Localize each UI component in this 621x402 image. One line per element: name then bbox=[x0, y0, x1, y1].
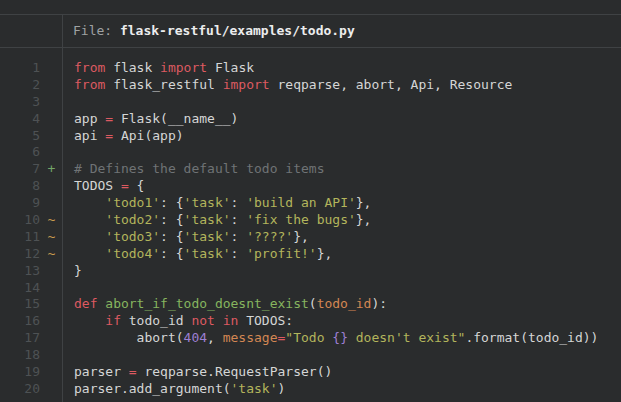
code-segment-plain: TODOS bbox=[74, 178, 121, 193]
diff-marker-empty bbox=[40, 364, 63, 381]
code-segment-plain bbox=[74, 246, 105, 261]
code-segment-string: 'profit!' bbox=[246, 246, 316, 261]
code-line: 16 if todo_id not in TODOS: bbox=[0, 313, 621, 330]
code-segment-string: 'fix the bugs' bbox=[246, 212, 356, 227]
diff-marker-empty bbox=[40, 296, 63, 313]
code-segment-plain: Flask(__name__) bbox=[113, 111, 238, 126]
code-line: 17 abort(404, message="Todo {} doesn't e… bbox=[0, 330, 621, 347]
code-segment-plain: flask_restful bbox=[105, 77, 222, 92]
code-segment-plain: , bbox=[207, 330, 223, 345]
diff-marker-modified: ~ bbox=[40, 212, 63, 229]
code-text: parser = reqparse.RequestParser() bbox=[63, 364, 332, 381]
code-segment-function: abort_if_todo_doesnt_exist bbox=[105, 296, 309, 311]
code-segment-string: 'task' bbox=[231, 381, 278, 396]
code-segment-plain: app bbox=[74, 111, 105, 126]
diff-marker-empty bbox=[40, 195, 63, 212]
code-segment-string: 'todo4' bbox=[105, 246, 160, 261]
code-text: 'todo1': {'task': 'build an API'}, bbox=[63, 195, 371, 212]
diff-marker-empty bbox=[40, 330, 63, 347]
code-viewer: File: flask-restful/examples/todo.py 1fr… bbox=[0, 0, 621, 402]
code-segment-plain: }, bbox=[317, 246, 333, 261]
code-line: 18 bbox=[0, 347, 621, 364]
code-line: 6 bbox=[0, 144, 621, 161]
code-segment-plain: ): bbox=[371, 296, 387, 311]
line-number: 5 bbox=[0, 128, 40, 145]
code-segment-plain: reqparse.RequestParser() bbox=[137, 364, 333, 379]
file-label: File: bbox=[73, 23, 120, 40]
code-segment-plain: { bbox=[129, 178, 145, 193]
code-text: parser.add_argument('task') bbox=[63, 381, 285, 398]
code-segment-string: "Todo bbox=[285, 330, 332, 345]
code-segment-plain: ) bbox=[278, 381, 286, 396]
code-segment-plain bbox=[215, 313, 223, 328]
code-segment-plain: : { bbox=[160, 229, 183, 244]
code-text: 'todo2': {'task': 'fix the bugs'}, bbox=[63, 212, 371, 229]
code-segment-plain: reqparse, abort, Api, Resource bbox=[270, 77, 513, 92]
code-segment-plain: .format(todo_id)) bbox=[465, 330, 598, 345]
code-segment-plain bbox=[74, 229, 105, 244]
code-line: 7+# Defines the default todo items bbox=[0, 161, 621, 178]
line-number: 2 bbox=[0, 77, 40, 94]
diff-marker-modified: ~ bbox=[40, 229, 63, 246]
code-segment-plain: : bbox=[231, 195, 247, 210]
line-number: 3 bbox=[0, 94, 40, 111]
code-text bbox=[63, 94, 74, 111]
code-text: # Defines the default todo items bbox=[63, 161, 324, 178]
code-text: def abort_if_todo_doesnt_exist(todo_id): bbox=[63, 296, 387, 313]
code-text: api = Api(app) bbox=[63, 128, 184, 145]
line-number: 12 bbox=[0, 246, 40, 263]
code-segment-plain: : { bbox=[160, 195, 183, 210]
code-text: 'todo3': {'task': '????'}, bbox=[63, 229, 309, 246]
code-line: 11~ 'todo3': {'task': '????'}, bbox=[0, 229, 621, 246]
code-line: 15def abort_if_todo_doesnt_exist(todo_id… bbox=[0, 296, 621, 313]
line-number: 16 bbox=[0, 313, 40, 330]
code-line: 5api = Api(app) bbox=[0, 128, 621, 145]
line-number: 1 bbox=[0, 60, 40, 77]
diff-marker-empty bbox=[40, 60, 63, 77]
code-text: TODOS = { bbox=[63, 178, 144, 195]
code-segment-parameter: todo_id bbox=[317, 296, 372, 311]
code-segment-plain: api bbox=[74, 128, 105, 143]
file-header: File: flask-restful/examples/todo.py bbox=[73, 15, 621, 47]
code-segment-number: 404 bbox=[184, 330, 207, 345]
line-number: 14 bbox=[0, 280, 40, 297]
line-number: 20 bbox=[0, 381, 40, 398]
code-line: 3 bbox=[0, 94, 621, 111]
code-segment-string: 'todo2' bbox=[105, 212, 160, 227]
diff-marker-empty bbox=[40, 381, 63, 398]
code-segment-plain: flask bbox=[105, 60, 160, 75]
code-segment-keyword: if bbox=[105, 313, 121, 328]
code-text: if todo_id not in TODOS: bbox=[63, 313, 293, 330]
code-segment-keyword: = bbox=[105, 128, 113, 143]
code-text: 'todo4': {'task': 'profit!'}, bbox=[63, 246, 332, 263]
code-segment-keyword: = bbox=[121, 178, 129, 193]
line-number: 8 bbox=[0, 178, 40, 195]
code-segment-plain: : bbox=[231, 229, 247, 244]
code-text: app = Flask(__name__) bbox=[63, 111, 238, 128]
code-segment-plain: ( bbox=[309, 296, 317, 311]
code-segment-keyword: import bbox=[223, 77, 270, 92]
code-segment-plain: abort( bbox=[74, 330, 184, 345]
diff-marker-empty bbox=[40, 144, 63, 161]
code-text bbox=[63, 280, 74, 297]
code-segment-number: {} bbox=[332, 330, 348, 345]
code-segment-plain: Api(app) bbox=[113, 128, 183, 143]
code-segment-plain: }, bbox=[356, 195, 372, 210]
code-lines: 1from flask import Flask2from flask_rest… bbox=[0, 48, 621, 402]
code-line: 1from flask import Flask bbox=[0, 60, 621, 77]
code-segment-keyword: import bbox=[160, 60, 207, 75]
code-segment-parameter: message bbox=[223, 330, 278, 345]
line-number: 6 bbox=[0, 144, 40, 161]
line-number: 11 bbox=[0, 229, 40, 246]
code-text: from flask_restful import reqparse, abor… bbox=[63, 77, 512, 94]
code-line: 10~ 'todo2': {'task': 'fix the bugs'}, bbox=[0, 212, 621, 229]
code-text: abort(404, message="Todo {} doesn't exis… bbox=[63, 330, 598, 347]
code-text bbox=[63, 347, 74, 364]
code-segment-string: '????' bbox=[246, 229, 293, 244]
code-text: } bbox=[63, 263, 82, 280]
code-segment-string: 'task' bbox=[184, 229, 231, 244]
code-segment-keyword: from bbox=[74, 77, 105, 92]
code-segment-keyword: in bbox=[223, 313, 239, 328]
code-segment-plain: : bbox=[231, 246, 247, 261]
code-segment-plain: parser bbox=[74, 364, 129, 379]
